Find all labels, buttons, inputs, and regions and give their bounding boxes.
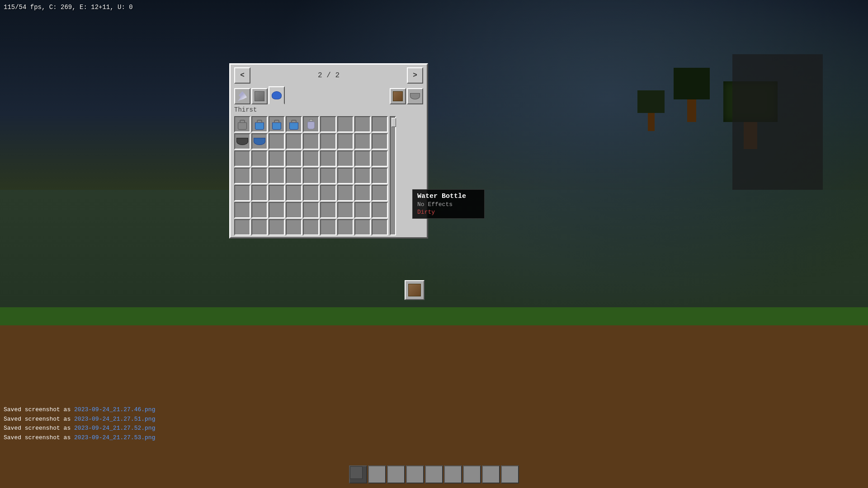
inv-slot-4-8[interactable]	[354, 168, 371, 184]
tab-stone[interactable]	[251, 88, 268, 104]
inv-slot-3-1[interactable]	[234, 150, 250, 167]
inv-slot-2-6[interactable]	[320, 133, 336, 150]
inv-slot-7-6[interactable]	[320, 219, 336, 235]
inv-slot-7-3[interactable]	[269, 219, 285, 235]
inv-slot-7-1[interactable]	[234, 219, 250, 235]
scroll-thumb[interactable]	[392, 118, 396, 127]
next-button[interactable]: >	[407, 67, 423, 84]
inv-slot-5-7[interactable]	[337, 185, 354, 201]
inv-slot-6-6[interactable]	[320, 202, 336, 218]
inv-slot-1-3[interactable]	[269, 116, 285, 132]
inv-slot-6-1[interactable]	[234, 202, 250, 218]
hotbar-slot-8[interactable]	[482, 465, 500, 483]
inv-slot-2-5[interactable]	[303, 133, 319, 150]
inv-slot-4-5[interactable]	[303, 168, 319, 184]
inv-slot-1-9[interactable]	[372, 116, 388, 132]
inv-slot-4-4[interactable]	[286, 168, 302, 184]
inv-slot-3-6[interactable]	[320, 150, 336, 167]
inv-slot-5-3[interactable]	[269, 185, 285, 201]
debug-overlay: 115/54 fps, C: 269, E: 12+11, U: 0	[4, 4, 133, 11]
extra-tab-crate[interactable]	[405, 280, 425, 300]
inv-slot-2-7[interactable]	[337, 133, 354, 150]
inv-slot-3-2[interactable]	[251, 150, 268, 167]
tab-bottle[interactable]	[269, 86, 285, 104]
water-bucket-3-icon	[288, 119, 300, 130]
nav-row: < 2 / 2 >	[231, 65, 427, 86]
inv-slot-3-3[interactable]	[269, 150, 285, 167]
inv-slot-6-8[interactable]	[354, 202, 371, 218]
hotbar-slot-6[interactable]	[444, 465, 462, 483]
inv-slot-3-7[interactable]	[337, 150, 354, 167]
bowl-icon	[410, 93, 420, 99]
inv-slot-4-7[interactable]	[337, 168, 354, 184]
inv-slot-1-2[interactable]	[251, 116, 268, 132]
inv-slot-6-2[interactable]	[251, 202, 268, 218]
dark-bowl-icon	[236, 138, 248, 145]
inv-slot-6-5[interactable]	[303, 202, 319, 218]
tab-bowl[interactable]	[407, 88, 423, 104]
hotbar-slot-4[interactable]	[406, 465, 424, 483]
inv-slot-6-4[interactable]	[286, 202, 302, 218]
log-line-4: Saved screenshot as 2023-09-24_21.27.53.…	[4, 433, 155, 443]
hotbar-slot-1[interactable]	[349, 465, 367, 483]
water-bottle-icon	[307, 119, 315, 129]
hotbar-slot-2[interactable]	[368, 465, 386, 483]
inv-slot-5-4[interactable]	[286, 185, 302, 201]
inv-slot-3-5[interactable]	[303, 150, 319, 167]
inv-slot-7-7[interactable]	[337, 219, 354, 235]
inv-slot-1-6[interactable]	[320, 116, 336, 132]
inv-slot-5-6[interactable]	[320, 185, 336, 201]
inv-slot-5-9[interactable]	[372, 185, 388, 201]
tab-row	[231, 86, 427, 104]
structure	[732, 54, 823, 190]
tab-crate[interactable]	[390, 88, 406, 104]
inv-slot-5-8[interactable]	[354, 185, 371, 201]
inv-slot-2-9[interactable]	[372, 133, 388, 150]
hotbar-slot-7[interactable]	[463, 465, 481, 483]
log-file-3: 2023-09-24_21.27.52.png	[74, 425, 155, 432]
inv-slot-2-3[interactable]	[269, 133, 285, 150]
inv-slot-2-8[interactable]	[354, 133, 371, 150]
bucket-empty-icon	[236, 119, 248, 130]
inv-slot-5-5[interactable]	[303, 185, 319, 201]
inv-slot-2-1[interactable]	[234, 133, 250, 150]
inv-slot-5-2[interactable]	[251, 185, 268, 201]
inv-slot-2-2[interactable]	[251, 133, 268, 150]
hotbar-item-1	[350, 466, 363, 479]
inventory-scrollbar[interactable]	[390, 116, 396, 235]
inventory-grid: Water Bottle No Effects Dirty	[234, 116, 388, 235]
inv-slot-3-4[interactable]	[286, 150, 302, 167]
inv-slot-1-8[interactable]	[354, 116, 371, 132]
inv-slot-3-8[interactable]	[354, 150, 371, 167]
inv-slot-1-7[interactable]	[337, 116, 354, 132]
inv-slot-1-1[interactable]	[234, 116, 250, 132]
inv-slot-7-5[interactable]	[303, 219, 319, 235]
inv-slot-7-4[interactable]	[286, 219, 302, 235]
inv-slot-7-2[interactable]	[251, 219, 268, 235]
inv-slot-6-9[interactable]	[372, 202, 388, 218]
tree-3	[637, 90, 665, 131]
inv-slot-4-3[interactable]	[269, 168, 285, 184]
prev-button[interactable]: <	[234, 67, 250, 84]
inv-slot-2-4[interactable]	[286, 133, 302, 150]
hotbar-slot-5[interactable]	[425, 465, 443, 483]
tree-2-trunk	[687, 99, 696, 122]
inv-slot-4-6[interactable]	[320, 168, 336, 184]
inv-slot-4-1[interactable]	[234, 168, 250, 184]
hotbar-slot-3[interactable]	[387, 465, 405, 483]
inv-slot-1-4[interactable]	[286, 116, 302, 132]
inv-slot-3-9[interactable]	[372, 150, 388, 167]
inv-slot-6-7[interactable]	[337, 202, 354, 218]
inv-slot-4-2[interactable]	[251, 168, 268, 184]
inv-slot-7-8[interactable]	[354, 219, 371, 235]
tab-feather[interactable]	[234, 88, 250, 104]
log-prefix-4: Saved screenshot as	[4, 434, 74, 441]
inv-slot-6-3[interactable]	[269, 202, 285, 218]
inv-slot-5-1[interactable]	[234, 185, 250, 201]
inv-slot-1-5[interactable]: Water Bottle No Effects Dirty	[303, 116, 319, 132]
inv-slot-7-9[interactable]	[372, 219, 388, 235]
log-file-4: 2023-09-24_21.27.53.png	[74, 434, 155, 441]
hotbar-slot-9[interactable]	[501, 465, 519, 483]
inv-slot-4-9[interactable]	[372, 168, 388, 184]
log-prefix-2: Saved screenshot as	[4, 416, 74, 422]
